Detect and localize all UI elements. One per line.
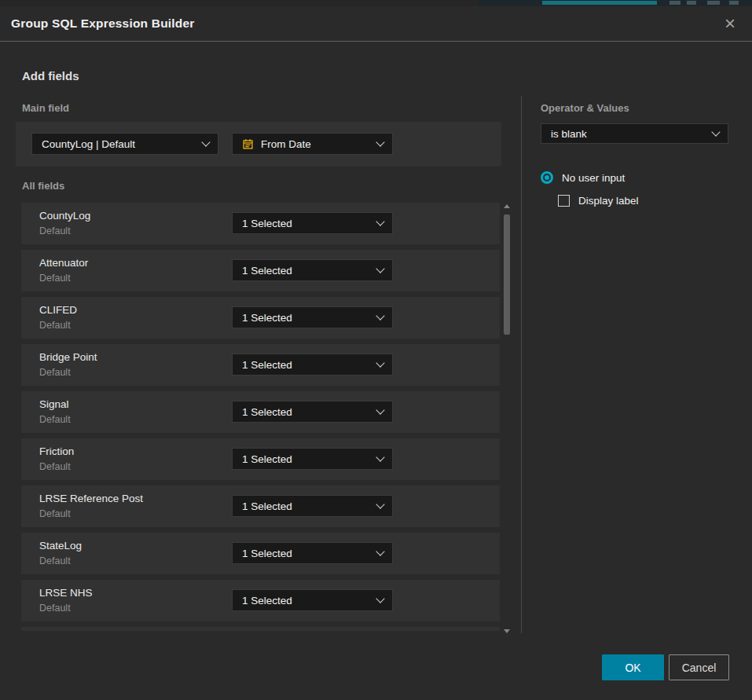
layer-select[interactable]: CountyLog | Default xyxy=(31,133,218,155)
field-selection-select[interactable]: 1 Selected xyxy=(232,259,393,281)
field-selection-value: 1 Selected xyxy=(242,359,292,371)
dialog-header: Group SQL Expression Builder × xyxy=(0,6,752,42)
field-row[interactable]: Friction Default 1 Selected xyxy=(21,438,500,480)
field-subtitle: Default xyxy=(39,225,71,236)
field-name: Friction xyxy=(39,445,74,457)
list-row-clipped[interactable] xyxy=(21,627,500,631)
field-name: CountyLog xyxy=(39,210,90,222)
dialog-title: Group SQL Expression Builder xyxy=(11,6,195,41)
background-app-strip xyxy=(0,0,752,6)
field-row[interactable]: LRSE Reference Post Default 1 Selected xyxy=(21,486,500,527)
field-name: StateLog xyxy=(39,540,82,552)
cancel-button[interactable]: Cancel xyxy=(669,654,729,680)
field-select[interactable]: From Date xyxy=(232,133,393,155)
field-row[interactable]: CountyLog Default 1 Selected xyxy=(21,203,500,244)
field-subtitle: Default xyxy=(39,508,71,519)
chevron-down-icon xyxy=(376,217,384,225)
field-subtitle: Default xyxy=(39,273,71,284)
chevron-down-icon xyxy=(376,547,384,555)
ok-button[interactable]: OK xyxy=(602,654,664,680)
background-teal-link-fragment xyxy=(542,1,657,5)
all-fields-label: All fields xyxy=(22,180,64,192)
operator-select-value: is blank xyxy=(551,128,587,140)
field-selection-value: 1 Selected xyxy=(242,548,292,559)
scrollbar-thumb[interactable] xyxy=(504,214,510,335)
vertical-divider xyxy=(521,96,522,633)
list-scrollbar[interactable] xyxy=(503,201,511,635)
field-subtitle: Default xyxy=(39,555,71,566)
field-name: CLIFED xyxy=(39,304,77,316)
close-icon[interactable]: × xyxy=(718,6,742,41)
group-sql-expression-builder-dialog: Group SQL Expression Builder × Add field… xyxy=(0,6,752,700)
main-field-panel: CountyLog | Default xyxy=(16,122,501,167)
field-selection-value: 1 Selected xyxy=(242,312,292,324)
field-selection-select[interactable]: 1 Selected xyxy=(232,306,393,328)
field-selection-value: 1 Selected xyxy=(242,218,292,229)
chevron-down-icon xyxy=(376,264,384,273)
all-fields-list: CountyLog Default 1 Selected Attenuator … xyxy=(21,203,500,631)
field-row[interactable]: StateLog Default 1 Selected xyxy=(21,533,500,574)
no-user-input-label: No user input xyxy=(562,172,625,184)
screen: Group SQL Expression Builder × Add field… xyxy=(0,0,752,700)
field-selection-value: 1 Selected xyxy=(242,265,292,277)
field-row[interactable]: LRSE NHS Default 1 Selected xyxy=(21,580,500,621)
field-row[interactable]: CLIFED Default 1 Selected xyxy=(21,297,500,339)
operator-values-label: Operator & Values xyxy=(541,102,629,114)
checkbox[interactable] xyxy=(558,195,570,207)
chevron-down-icon xyxy=(376,405,384,414)
chevron-down-icon xyxy=(376,500,384,508)
field-subtitle: Default xyxy=(39,603,71,614)
field-name: Attenuator xyxy=(39,257,88,269)
field-row[interactable]: Bridge Point Default 1 Selected xyxy=(21,344,500,386)
field-name: Bridge Point xyxy=(39,351,97,363)
chevron-down-icon xyxy=(711,127,720,136)
field-selection-select[interactable]: 1 Selected xyxy=(232,354,393,376)
display-label-checkbox-row[interactable]: Display label xyxy=(558,195,639,207)
display-label-label: Display label xyxy=(578,195,639,207)
field-selection-select[interactable]: 1 Selected xyxy=(232,448,393,470)
field-subtitle: Default xyxy=(39,461,71,472)
no-user-input-radio-row[interactable]: No user input xyxy=(541,171,625,184)
calendar-icon xyxy=(242,138,254,150)
operator-select[interactable]: is blank xyxy=(541,123,728,144)
field-name: LRSE NHS xyxy=(39,587,93,599)
scroll-up-icon[interactable] xyxy=(504,204,510,208)
chevron-down-icon xyxy=(376,137,384,146)
field-selection-select[interactable]: 1 Selected xyxy=(232,495,393,517)
field-select-value: From Date xyxy=(261,138,311,150)
chevron-down-icon xyxy=(376,311,384,320)
chevron-down-icon xyxy=(201,137,210,146)
add-fields-heading: Add fields xyxy=(22,69,79,82)
layer-select-value: CountyLog | Default xyxy=(42,138,135,150)
background-toolbar-icon-fragment xyxy=(729,1,739,5)
chevron-down-icon xyxy=(376,594,384,603)
field-selection-select[interactable]: 1 Selected xyxy=(232,212,393,234)
scroll-down-icon[interactable] xyxy=(504,629,510,633)
field-selection-select[interactable]: 1 Selected xyxy=(232,542,393,564)
field-selection-select[interactable]: 1 Selected xyxy=(232,401,393,423)
field-name: LRSE Reference Post xyxy=(39,493,143,504)
field-selection-value: 1 Selected xyxy=(242,453,292,465)
radio-button[interactable] xyxy=(541,171,553,184)
background-toolbar-icon-fragment xyxy=(669,1,680,5)
chevron-down-icon xyxy=(376,453,384,461)
main-field-label: Main field xyxy=(22,102,69,114)
background-toolbar-icon-fragment xyxy=(707,1,720,5)
field-selection-select[interactable]: 1 Selected xyxy=(232,589,393,611)
field-subtitle: Default xyxy=(39,414,71,425)
field-row[interactable]: Signal Default 1 Selected xyxy=(21,391,500,433)
field-selection-value: 1 Selected xyxy=(242,500,292,512)
field-subtitle: Default xyxy=(39,367,71,378)
field-selection-value: 1 Selected xyxy=(242,406,292,418)
field-subtitle: Default xyxy=(39,320,71,331)
field-name: Signal xyxy=(39,398,69,410)
field-row[interactable]: Attenuator Default 1 Selected xyxy=(21,250,500,291)
field-selection-value: 1 Selected xyxy=(242,595,292,607)
chevron-down-icon xyxy=(376,358,384,367)
background-toolbar-icon-fragment xyxy=(687,1,696,5)
